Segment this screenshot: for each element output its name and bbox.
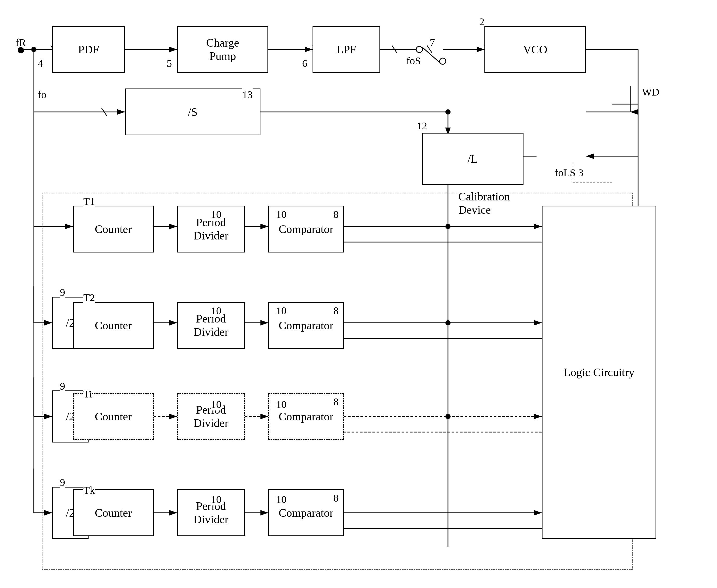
num10-6-label: 10 [276, 398, 286, 411]
num6-label: 6 [302, 57, 307, 69]
lpf-block: LPF [312, 26, 380, 73]
counter-1-block: Counter [73, 206, 153, 252]
num9-2-label: 9 [60, 380, 65, 392]
counter-4-block: Counter [73, 489, 153, 536]
fo-label: fo [38, 88, 46, 101]
num10-3-label: 10 [211, 304, 221, 317]
num5-label: 5 [167, 57, 172, 69]
num2-label: 2 [479, 16, 485, 28]
counter-3-block: Counter [73, 393, 153, 440]
l-divider-block: /L [422, 133, 524, 185]
num8-4-label: 8 [333, 492, 339, 504]
comparator-2-label: Comparator [279, 319, 333, 332]
num10-2-label: 10 [276, 208, 286, 220]
num8-1-label: 8 [333, 208, 339, 220]
num10-8-label: 10 [276, 493, 286, 505]
num8-3-label: 8 [333, 396, 339, 408]
counter-4-label: Counter [95, 506, 132, 520]
lpf-label: LPF [336, 43, 356, 56]
comparator-3-label: Comparator [279, 410, 333, 423]
fr-label: fR [16, 37, 26, 49]
vco-label: VCO [523, 43, 548, 56]
comparator-1-label: Comparator [279, 223, 333, 236]
charge-pump-block: ChargePump [177, 26, 268, 73]
counter-1-label: Counter [95, 223, 132, 236]
l-divider-label: /L [468, 152, 478, 166]
logic-label: Logic Circuitry [564, 366, 635, 379]
charge-pump-label: ChargePump [206, 36, 239, 63]
tk-label: Tk [83, 484, 95, 496]
num10-4-label: 10 [276, 304, 286, 317]
counter-2-label: Counter [95, 319, 132, 332]
num10-5-label: 10 [211, 398, 221, 411]
num9-3-label: 9 [60, 476, 65, 488]
num8-2-label: 8 [333, 304, 339, 317]
num10-7-label: 10 [211, 493, 221, 505]
fols-label: foLS [555, 167, 576, 179]
num7-label: 7 [430, 37, 435, 49]
svg-point-54 [416, 46, 423, 52]
vco-block: VCO [485, 26, 586, 73]
fos-label: foS [406, 55, 421, 67]
svg-point-55 [439, 58, 446, 64]
s-divider-label: /S [188, 105, 198, 119]
pdf-label: PDF [78, 43, 99, 56]
fr-input-dot [18, 47, 24, 54]
calibration-label: CalibrationDevice [458, 190, 510, 216]
logic-circuitry-block: Logic Circuitry [542, 206, 656, 539]
counter-2-block: Counter [73, 302, 153, 349]
num3-label: 3 [578, 167, 583, 179]
comparator-4-label: Comparator [279, 506, 333, 520]
num10-1-label: 10 [211, 208, 221, 220]
num9-1-label: 9 [60, 286, 65, 298]
t1-label: T1 [83, 195, 95, 207]
num13-label: 13 [242, 88, 253, 101]
t2-label: T2 [83, 292, 95, 304]
svg-line-56 [423, 47, 439, 62]
pdf-block: PDF [52, 26, 125, 73]
ti-label: Ti [83, 388, 92, 400]
num4-label: 4 [38, 57, 43, 69]
num12-label: 12 [417, 120, 427, 132]
s-divider-block: /S [125, 88, 261, 135]
wd-label: WD [642, 86, 659, 98]
counter-3-label: Counter [95, 410, 132, 423]
